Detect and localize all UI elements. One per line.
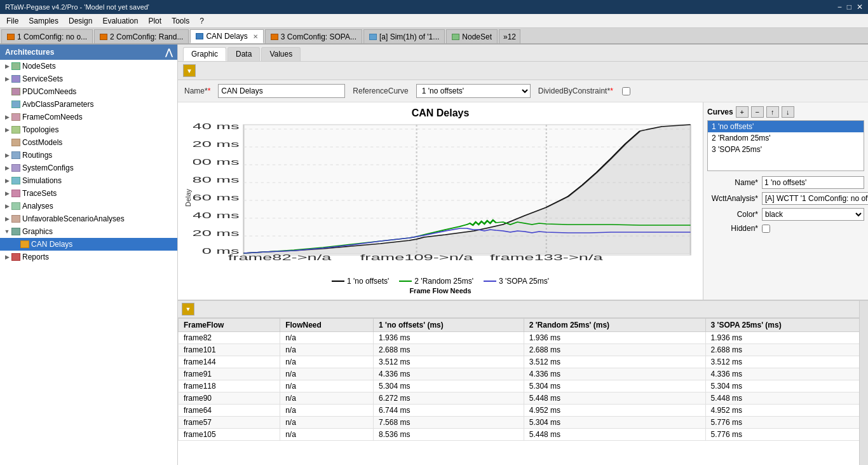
table-cell-flowNeed: n/a <box>280 429 374 441</box>
name-input[interactable] <box>218 84 345 98</box>
tab-close-candelays[interactable]: ✕ <box>253 33 258 40</box>
legend-label-2: 2 'Random 25ms' <box>414 277 473 286</box>
curve-name-label: Name* <box>707 178 758 187</box>
sidebar-item-avbclass[interactable]: AvbClassParameters <box>0 98 177 111</box>
curve-item-2[interactable]: 2 'Random 25ms' <box>708 132 864 144</box>
menu-design[interactable]: Design <box>65 15 96 27</box>
sidebar-item-unfavorable[interactable]: ▶ UnfavorableScenarioAnalyses <box>0 212 177 225</box>
col-frameflow: FrameFlow <box>179 319 280 332</box>
costmodels-label: CostModels <box>22 138 62 147</box>
curve-item-3[interactable]: 3 'SOPA 25ms' <box>708 144 864 155</box>
tab-nodeset[interactable]: NodeSet <box>446 29 498 43</box>
menu-file[interactable]: File <box>3 15 22 27</box>
table-cell-col3: 4.336 ms <box>705 368 867 380</box>
curve-wctt-row: WcttAnalysis* [A] WCTT '1 ComConfig: no … <box>707 192 864 205</box>
tab-data[interactable]: Data <box>227 47 260 61</box>
tab-comconfig1[interactable]: 1 ComConfig: no o... <box>1 29 93 43</box>
tab-more[interactable]: »12 <box>499 29 520 43</box>
reference-curve-select[interactable]: 1 'no offsets' 2 'Random 25ms' 3 'SOPA 2… <box>416 84 531 98</box>
menu-evaluation[interactable]: Evaluation <box>98 15 142 27</box>
curve-color-select[interactable]: black red green blue <box>762 208 864 221</box>
avbclass-label: AvbClassParameters <box>22 100 94 109</box>
table-row: frame118n/a5.304 ms5.304 ms5.304 ms <box>179 380 868 392</box>
curve-item-1[interactable]: 1 'no offsets' <box>708 121 864 132</box>
curves-up-button[interactable]: ↑ <box>766 106 779 118</box>
unfavorable-label: UnfavorableScenarioAnalyses <box>22 214 125 223</box>
sidebar-item-framecomneeds[interactable]: ▶ FrameComNeeds <box>0 111 177 123</box>
curves-remove-button[interactable]: − <box>751 106 764 118</box>
table-cell-flowNeed: n/a <box>280 344 374 356</box>
chart-inner: Delay 140 ms 120 ms 100 ms 80 ms 60 ms 4… <box>183 121 698 274</box>
tree-arrow-systemconfigs: ▶ <box>3 165 11 171</box>
tab-sim[interactable]: [a] Sim(1h) of '1... <box>363 29 445 43</box>
menu-samples[interactable]: Samples <box>25 15 62 27</box>
curve-wctt-select[interactable]: [A] WCTT '1 ComConfig: no offsets' (Wors… <box>762 192 868 205</box>
inner-tabs: Graphic Data Values <box>178 45 868 62</box>
tab-graphic[interactable]: Graphic <box>183 47 226 61</box>
save-button[interactable]: ▼ <box>183 64 196 77</box>
sidebar-item-simulations[interactable]: ▶ Simulations <box>0 174 177 187</box>
sidebar-item-candelays[interactable]: CAN Delays <box>0 238 177 251</box>
table-cell-col1: 1.936 ms <box>374 332 524 344</box>
tab-candelays[interactable]: CAN Delays ✕ <box>190 29 263 43</box>
curve-name-input[interactable] <box>762 176 864 189</box>
table-row: frame105n/a8.536 ms5.448 ms5.776 ms <box>179 429 868 441</box>
sidebar-item-systemconfigs[interactable]: ▶ SystemConfigs <box>0 162 177 174</box>
legend-line-3 <box>484 281 496 282</box>
tab-values[interactable]: Values <box>261 47 301 61</box>
table-row: frame90n/a6.272 ms5.448 ms5.448 ms <box>179 392 868 405</box>
tab-label-comconfig2: 2 ComConfig: Rand... <box>110 32 183 41</box>
tab-label-sim: [a] Sim(1h) of '1... <box>379 32 439 41</box>
minimize-button[interactable]: − <box>837 3 842 11</box>
tab-icon-candelays <box>196 33 203 39</box>
sidebar-item-pducomneeds[interactable]: PDUComNeeds <box>0 85 177 98</box>
tab-comconfig2[interactable]: 2 ComConfig: Rand... <box>94 29 189 43</box>
table-cell-frameFlow: frame90 <box>179 392 280 405</box>
table-row: frame57n/a7.568 ms5.304 ms5.776 ms <box>179 417 868 429</box>
candelays-label: CAN Delays <box>31 240 72 249</box>
divided-checkbox[interactable] <box>622 87 630 95</box>
table-cell-flowNeed: n/a <box>280 332 374 344</box>
scroll-bar-right[interactable] <box>859 301 868 465</box>
tab-icon-comconfig3 <box>271 34 278 40</box>
table-cell-flowNeed: n/a <box>280 380 374 392</box>
maximize-button[interactable]: □ <box>847 3 851 11</box>
sidebar-item-analyses[interactable]: ▶ Analyses <box>0 200 177 212</box>
sidebar-item-topologies[interactable]: ▶ Topologies <box>0 123 177 136</box>
menu-tools[interactable]: Tools <box>168 15 193 27</box>
legend-label-1: 1 'no offsets' <box>347 277 389 286</box>
curve-hidden-row: Hidden* <box>707 224 864 233</box>
curve-properties: Name* WcttAnalysis* [A] WCTT '1 ComConfi… <box>707 176 864 233</box>
sidebar-item-nodesets[interactable]: ▶ NodeSets <box>0 60 177 73</box>
curves-down-button[interactable]: ↓ <box>782 106 794 118</box>
sidebar-item-graphics[interactable]: ▼ Graphics <box>0 225 177 238</box>
sidebar-item-reports[interactable]: ▶ Reports <box>0 251 177 263</box>
y-axis-label: Delay <box>183 121 193 274</box>
candelays-icon <box>20 240 29 248</box>
window-controls[interactable]: − □ ✕ <box>837 3 863 11</box>
sidebar-item-routings[interactable]: ▶ Routings <box>0 149 177 162</box>
curve-hidden-checkbox[interactable] <box>762 225 770 233</box>
chart-svg: 140 ms 120 ms 100 ms 80 ms 60 ms 40 ms 2… <box>193 121 698 274</box>
sidebar-item-servicesets[interactable]: ▶ ServiceSets <box>0 73 177 85</box>
tracesets-label: TraceSets <box>22 189 57 198</box>
analyses-label: Analyses <box>22 202 53 211</box>
table-row: frame82n/a1.936 ms1.936 ms1.936 ms <box>179 332 868 344</box>
menu-plot[interactable]: Plot <box>144 15 165 27</box>
analyses-icon <box>11 202 20 210</box>
sidebar-item-costmodels[interactable]: CostModels <box>0 136 177 149</box>
table-row: frame91n/a4.336 ms4.336 ms4.336 ms <box>179 368 868 380</box>
chart-title: CAN Delays <box>412 108 470 119</box>
table-cell-frameFlow: frame144 <box>179 356 280 368</box>
table-cell-col3: 1.936 ms <box>705 332 867 344</box>
close-button[interactable]: ✕ <box>857 3 863 11</box>
data-table-wrapper[interactable]: FrameFlow FlowNeed 1 'no offsets' (ms) 2… <box>178 318 868 465</box>
menu-help[interactable]: ? <box>196 15 208 27</box>
sidebar-item-tracesets[interactable]: ▶ TraceSets <box>0 187 177 200</box>
curves-add-button[interactable]: + <box>736 106 749 118</box>
data-save-button[interactable]: ▼ <box>182 303 194 316</box>
table-cell-col2: 5.448 ms <box>524 429 705 441</box>
tab-comconfig3[interactable]: 3 ComConfig: SOPA... <box>265 29 362 43</box>
sidebar-collapse-button[interactable]: ⋀ <box>165 47 172 57</box>
table-cell-frameFlow: frame57 <box>179 417 280 429</box>
